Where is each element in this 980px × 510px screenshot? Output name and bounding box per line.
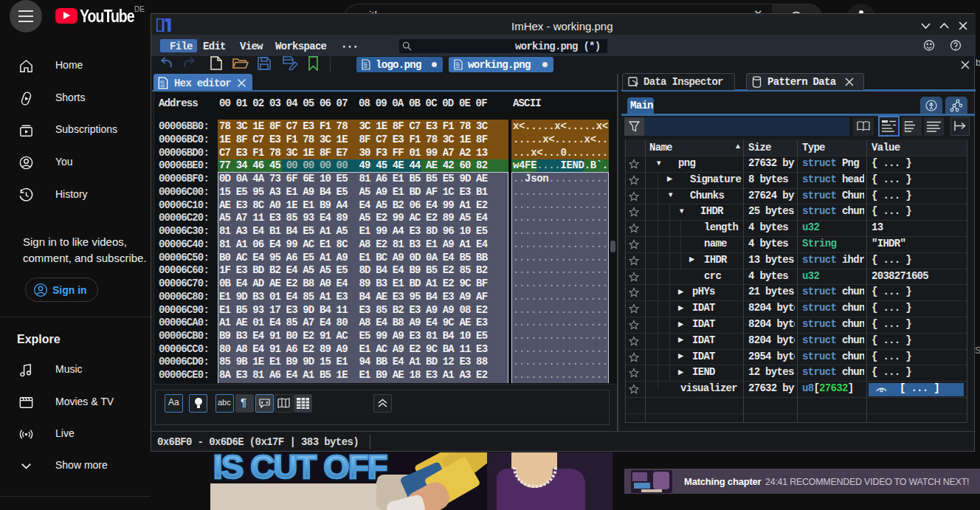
svg-text:10: 10	[455, 65, 460, 69]
svg-text:10: 10	[363, 65, 368, 69]
svg-text:10: 10	[160, 84, 165, 89]
